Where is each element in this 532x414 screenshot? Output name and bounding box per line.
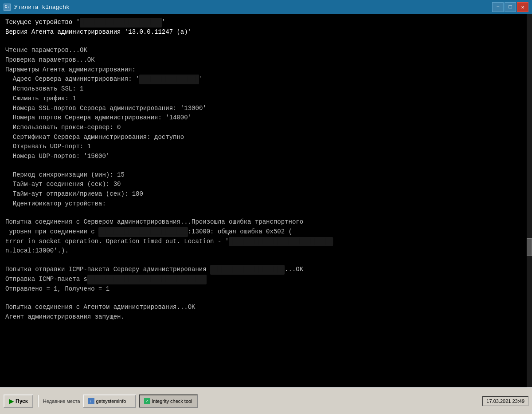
- terminal-line: n.local:13000'.).: [5, 246, 527, 256]
- start-button[interactable]: ▶ Пуск: [4, 394, 33, 408]
- terminal-line: Отправлено = 1, Получено = 1: [5, 284, 527, 294]
- terminal-line: Номера SSL-портов Сервера администрирова…: [5, 104, 527, 114]
- window-title: Утилита klnagchk: [14, 4, 489, 11]
- terminal-line: Идентификатор устройства:: [5, 199, 527, 209]
- terminal-line: Попытка соединения с Агентом администрир…: [5, 303, 527, 312]
- terminal-line: Агент администрирования запущен.: [5, 312, 527, 322]
- terminal-line: Адрес Сервера администрирования: '██████…: [5, 75, 527, 84]
- minimize-button[interactable]: −: [492, 2, 504, 12]
- terminal-line: Сжимать трафик: 1: [5, 94, 527, 104]
- svg-text:i: i: [90, 399, 91, 403]
- terminal-output: Текущее устройство '████████████████████…: [0, 14, 532, 387]
- terminal-line: Сертификат Сервера администрирования: до…: [5, 133, 527, 142]
- taskbar-divider: [38, 395, 39, 407]
- title-bar: C: Утилита klnagchk − □ ✕: [0, 0, 532, 14]
- terminal-line: Попытка отправки ICMP-пакета Серверу адм…: [5, 265, 527, 275]
- terminal-line: Использовать SSL: 1: [5, 84, 527, 94]
- recent-places-label: Недавние места: [43, 398, 80, 404]
- integrity-check-taskbar-btn[interactable]: ✓ integrity check tool: [139, 394, 198, 408]
- terminal-line: Текущее устройство '████████████████████…: [5, 18, 527, 28]
- taskbar: ▶ Пуск Недавние места i getsysteminfo ✓ …: [0, 387, 532, 414]
- getsysteminfo-icon: i: [88, 398, 94, 404]
- terminal-line: Тайм-аут соединения (сек): 30: [5, 180, 527, 189]
- system-clock: 17.03.2021 23:49: [482, 396, 528, 406]
- terminal-line: Error in socket operation. Operation tim…: [5, 237, 527, 247]
- terminal-line: Проверка параметров...OK: [5, 55, 527, 65]
- terminal-line: Версия Агента администрирования '13.0.0.…: [5, 28, 527, 37]
- scrollbar[interactable]: [527, 14, 532, 387]
- app-icon: C:: [4, 4, 11, 11]
- terminal-line: Чтение параметров...OK: [5, 46, 527, 55]
- terminal-line: Использовать прокси-сервер: 0: [5, 123, 527, 133]
- scrollbar-thumb[interactable]: [527, 238, 532, 256]
- terminal-line: Параметры Агента администрирования:: [5, 65, 527, 75]
- svg-text:✓: ✓: [145, 399, 149, 403]
- terminal-line: Номера портов Сервера администрирования:…: [5, 113, 527, 123]
- integrity-check-icon: ✓: [144, 398, 150, 404]
- terminal-line: Открывать UDP-порт: 1: [5, 142, 527, 152]
- close-button[interactable]: ✕: [517, 2, 528, 12]
- window-controls: − □ ✕: [492, 2, 528, 12]
- terminal-line: Отправка ICMP-пакета s██████████████████…: [5, 275, 527, 284]
- terminal-line: Попытка соединения с Сервером администри…: [5, 217, 527, 227]
- terminal-line: Период синхронизации (мин): 15: [5, 170, 527, 180]
- maximize-button[interactable]: □: [505, 2, 516, 12]
- getsysteminfo-taskbar-btn[interactable]: i getsysteminfo: [83, 394, 136, 408]
- terminal-line: Тайм-аут отправки/приема (сек): 180: [5, 189, 527, 199]
- terminal-line: Номера UDP-портов: '15000': [5, 152, 527, 162]
- terminal-line: уровня при соединении с ████████████████…: [5, 227, 527, 237]
